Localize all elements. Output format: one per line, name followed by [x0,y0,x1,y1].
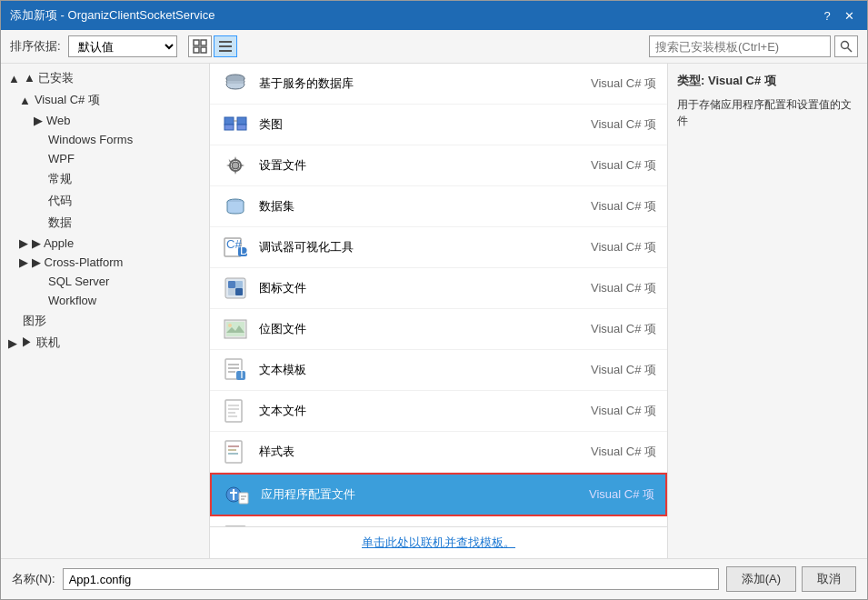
search-button[interactable] [834,35,858,57]
tree-arrow-visual-cs: ▲ [19,94,31,107]
item-category: Visual C# 项 [591,239,656,255]
item-name: 图标文件 [259,280,582,296]
svg-rect-2 [194,47,199,53]
list-item[interactable]: 基于服务的数据库 Visual C# 项 [210,64,667,105]
view-buttons [188,35,237,57]
svg-line-8 [848,48,853,53]
tree-item-apple[interactable]: ▶ ▶ Apple [1,234,209,253]
tree-item-normal[interactable]: 常规 [1,168,209,190]
item-icon-dataset [221,192,250,221]
dialog-title: 添加新项 - OrganizClientSocketService [10,7,215,24]
tree-item-data[interactable]: 数据 [1,212,209,234]
list-item[interactable]: 数据集 Visual C# 项 [210,186,667,227]
list-item[interactable]: 图标文件 Visual C# 项 [210,268,667,309]
tree-item-cross-platform[interactable]: ▶ ▶ Cross-Platform [1,253,209,272]
list-item-app-config[interactable]: 应用程序配置文件 Visual C# 项 [210,473,667,516]
tree-arrow-apple: ▶ [19,236,28,250]
action-buttons: 添加(A) 取消 [726,566,856,592]
tree-item-wpf[interactable]: WPF [1,149,209,168]
list-item[interactable]: 应用程序清单文件 Visual C# 项 [210,516,667,526]
item-icon-debugger: C# D [221,233,250,262]
svg-rect-13 [237,125,246,130]
svg-rect-24 [228,281,235,288]
list-item[interactable]: C# D 调试器可视化工具 Visual C# 项 [210,227,667,268]
item-category: Visual C# 项 [589,486,654,503]
cancel-button[interactable]: 取消 [802,566,856,592]
find-templates-link[interactable]: 单击此处以联机并查找模板。 [362,535,515,549]
tree-label-apple: ▶ Apple [32,236,74,250]
item-name: 设置文件 [259,157,582,174]
help-button[interactable]: ? [818,6,836,25]
name-input[interactable] [63,568,719,590]
svg-point-17 [233,163,238,168]
list-icon [218,39,233,54]
list-item[interactable]: 位图文件 Visual C# 项 [210,309,667,350]
tree-item-sql-server[interactable]: SQL Server [1,272,209,291]
tree-item-web[interactable]: ▶ Web [1,111,209,130]
grid-view-button[interactable] [188,35,212,57]
svg-rect-27 [235,288,243,295]
search-box [649,35,858,57]
items-list: 基于服务的数据库 Visual C# 项 [210,64,667,526]
item-name: 调试器可视化工具 [259,239,582,255]
item-category: Visual C# 项 [591,75,656,92]
list-view-button[interactable] [214,35,237,57]
svg-rect-10 [224,117,234,125]
item-category: Visual C# 项 [591,321,656,337]
item-name: 位图文件 [259,321,582,337]
tree-label-code: 代码 [48,193,72,209]
tree-item-windows-forms[interactable]: Windows Forms [1,130,209,149]
item-name: 应用程序配置文件 [261,486,580,503]
svg-rect-4 [219,41,232,43]
item-icon-text-file [221,396,250,425]
svg-rect-1 [201,40,206,45]
left-tree-panel: ▲ ▲ 已安装 ▲ Visual C# 项 ▶ Web Windows Form… [1,64,210,558]
item-category: Visual C# 项 [591,116,656,133]
right-panel-desc: 用于存储应用程序配置和设置值的文件 [677,96,858,129]
tree-label-workflow: Workflow [48,294,96,307]
tree-label-normal: 常规 [48,171,72,187]
tree-item-code[interactable]: 代码 [1,190,209,212]
item-category: Visual C# 项 [591,444,656,460]
tree-arrow-installed: ▲ [8,72,20,85]
tree-label-visual-cs: Visual C# 项 [35,92,100,108]
search-input[interactable] [649,35,831,57]
right-panel-type: 类型: Visual C# 项 [677,73,858,89]
list-item[interactable]: 设置文件 Visual C# 项 [210,145,667,186]
tree-arrow-online: ▶ [8,336,17,350]
item-name: 类图 [259,116,582,133]
list-item[interactable]: 样式表 Visual C# 项 [210,432,667,473]
svg-rect-3 [201,47,206,53]
list-item[interactable]: 类图 Visual C# 项 [210,105,667,145]
add-button[interactable]: 添加(A) [726,566,796,592]
item-icon-icon-file [221,274,250,303]
svg-rect-26 [228,288,235,295]
item-category: Visual C# 项 [591,280,656,296]
tree-label-installed: ▲ 已安装 [24,70,74,86]
tree-label-web: Web [46,114,71,127]
grid-icon [193,39,207,54]
item-icon-text-template: T [221,355,250,385]
svg-point-31 [228,324,232,327]
tree-label-windows-forms: Windows Forms [48,133,133,146]
item-icon-stylesheet [221,437,250,466]
tree-arrow-web: ▶ [34,114,43,127]
sort-select[interactable]: 默认值 [68,35,177,57]
svg-point-7 [842,42,849,49]
item-name: 样式表 [259,444,582,460]
tree-item-graphics[interactable]: 图形 [1,310,209,332]
item-icon-db [221,69,250,98]
list-item[interactable]: T 文本模板 Visual C# 项 [210,350,667,391]
tree-item-visual-cs[interactable]: ▲ Visual C# 项 [1,89,209,111]
tree-item-online[interactable]: ▶ ▶ 联机 [1,332,209,354]
item-category: Visual C# 项 [591,362,656,378]
item-icon-settings [221,151,250,180]
svg-rect-48 [239,493,248,504]
tree-item-installed[interactable]: ▲ ▲ 已安装 [1,67,209,89]
svg-rect-6 [219,50,232,52]
tree-item-workflow[interactable]: Workflow [1,291,209,310]
item-name: 文本模板 [259,362,582,378]
tree-label-sql-server: SQL Server [48,275,109,288]
close-button[interactable]: ✕ [840,6,858,25]
list-item[interactable]: 文本文件 Visual C# 项 [210,391,667,432]
